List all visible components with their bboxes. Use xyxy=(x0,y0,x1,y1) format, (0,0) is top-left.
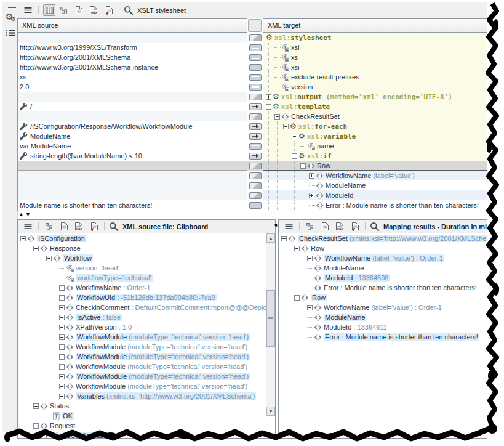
tree-node[interactable]: WorkflowModule (moduleType='technical' v… xyxy=(18,332,275,342)
tree-node[interactable]: Status xyxy=(18,401,275,411)
export-document-icon[interactable] xyxy=(102,4,114,16)
xml-target-node[interactable]: ⚙xsl:for-each xyxy=(263,121,487,131)
horizontal-splitter[interactable]: ▲ ▼ xyxy=(18,211,31,217)
splitter-collapse-down-icon[interactable]: ▼ xyxy=(25,211,31,217)
tree-node[interactable]: WorkflowModule (moduleType='technical' v… xyxy=(18,352,275,362)
xml-target-node[interactable]: ModuleId xyxy=(263,190,487,200)
xml-source-row[interactable] xyxy=(18,33,247,43)
mapping-empty-button[interactable] xyxy=(249,94,262,100)
vertical-scrollbar[interactable]: ▲ ▼ xyxy=(266,233,275,416)
tree-node[interactable]: WorkflowModule (moduleType='technical' v… xyxy=(18,362,275,371)
xml-target-node[interactable]: ⚙xsl:stylesheet xyxy=(263,33,487,43)
expand-toggle-minus-icon[interactable] xyxy=(46,256,52,261)
document-icon[interactable] xyxy=(73,4,85,16)
tree-node[interactable]: Workflow xyxy=(18,253,275,263)
expand-toggle-plus-icon[interactable] xyxy=(59,394,65,399)
scrollbar-up-button[interactable]: ▲ xyxy=(266,233,275,243)
tree-node[interactable]: CheckResultSet (xmlns:xsi='http://www.w3… xyxy=(279,233,487,243)
xml-source-row[interactable]: http://www.w3.org/2001/XMLSchema xyxy=(18,52,247,62)
xml-source-row[interactable] xyxy=(18,112,247,121)
xml-target-node[interactable]: WorkflowName (label='value') xyxy=(263,171,487,180)
tree-node[interactable]: Response xyxy=(18,243,275,253)
xml-source-row[interactable]: var.ModuleName xyxy=(18,141,247,151)
expand-toggle-minus-icon[interactable] xyxy=(33,423,39,429)
mapping-empty-button[interactable] xyxy=(249,113,262,120)
tree-node[interactable]: OK xyxy=(18,411,275,421)
expand-toggle-minus-icon[interactable] xyxy=(283,124,289,129)
mapping-empty-button[interactable] xyxy=(249,34,262,41)
tree-node[interactable]: WorkflowModule (moduleType='technical' v… xyxy=(18,371,275,381)
expand-toggle-plus-icon[interactable] xyxy=(266,94,271,100)
expand-toggle-minus-icon[interactable] xyxy=(274,114,280,120)
tree-node[interactable]: ModuleId : 13364611 xyxy=(279,322,487,332)
xml-target-node[interactable]: ⚙xsl:output (method='xml' encoding='UTF-… xyxy=(263,92,487,102)
mapping-list-icon[interactable] xyxy=(5,27,16,38)
expand-toggle-minus-icon[interactable] xyxy=(300,163,306,169)
tree-node[interactable]: Error : Module name is shorter than ten … xyxy=(279,332,487,342)
expand-toggle-minus-icon[interactable] xyxy=(33,403,39,409)
expand-toggle-plus-icon[interactable] xyxy=(59,334,65,340)
expand-toggle-minus-icon[interactable] xyxy=(266,104,271,110)
menu-icon[interactable] xyxy=(22,4,34,16)
tree-node[interactable]: ModuleId : 13364608 xyxy=(279,273,487,283)
xml-source-row[interactable]: /ISConfiguration/Response/Workflow/Workf… xyxy=(18,121,247,131)
mapping-edit-button[interactable] xyxy=(249,54,262,61)
mapping-empty-button[interactable] xyxy=(249,192,262,199)
mapping-edit-button[interactable] xyxy=(249,64,262,71)
mapping-empty-button[interactable] xyxy=(249,163,262,169)
xml-source-row[interactable]: 2.0 xyxy=(18,82,247,92)
expand-toggle-plus-icon[interactable] xyxy=(59,285,65,291)
tree-node[interactable]: CheckinComment : DefaultCommitCommentImp… xyxy=(18,302,275,312)
xml-source-row[interactable]: xs xyxy=(18,72,247,82)
tree-node[interactable]: ModuleName xyxy=(279,263,487,273)
tree-view-icon[interactable] xyxy=(43,221,55,232)
xml-source-row[interactable]: Module name is shorter than ten characte… xyxy=(18,200,247,210)
xml-target-node[interactable]: Aname xyxy=(263,141,487,151)
grid-view-icon[interactable] xyxy=(43,4,55,16)
tree-node[interactable]: WorkflowUId : -51b128db:137da904b80:-7ca… xyxy=(18,293,275,302)
xml-target-node[interactable]: Error : Module name is shorter than ten … xyxy=(263,200,487,210)
expand-toggle-plus-icon[interactable] xyxy=(59,295,65,301)
mapping-empty-button[interactable] xyxy=(249,182,262,189)
xml-source-row[interactable]: string-length($var.ModuleName) < 10 xyxy=(18,151,247,161)
menu-icon[interactable] xyxy=(22,221,34,232)
expand-toggle-plus-icon[interactable] xyxy=(309,173,314,179)
settings-gears-icon[interactable]: ⚙⚙ xyxy=(5,11,16,22)
splitter-collapse-left-icon[interactable]: ◄ xyxy=(273,222,278,228)
hex-view-icon[interactable]: HEX xyxy=(87,4,100,16)
xml-target-node[interactable]: Nxsi xyxy=(263,62,487,72)
expand-toggle-minus-icon[interactable] xyxy=(292,153,297,159)
xml-source-row[interactable]: ModuleName xyxy=(18,131,247,141)
xml-source-row[interactable] xyxy=(18,190,247,200)
xml-target-node[interactable]: Nxsl xyxy=(263,43,487,52)
document-icon[interactable] xyxy=(58,221,70,232)
expand-toggle-plus-icon[interactable] xyxy=(307,256,313,261)
tree-node[interactable]: WorkflowName (label='value') : Order-1 xyxy=(279,253,487,263)
xml-source-row[interactable] xyxy=(18,180,247,190)
menu-icon[interactable] xyxy=(282,221,295,232)
export-document-icon[interactable] xyxy=(87,221,100,232)
expand-toggle-plus-icon[interactable] xyxy=(59,364,65,370)
expand-toggle-plus-icon[interactable] xyxy=(59,354,65,360)
expand-toggle-minus-icon[interactable] xyxy=(20,236,26,241)
expand-toggle-minus-icon[interactable] xyxy=(281,236,287,241)
scrollbar-thumb[interactable] xyxy=(266,290,275,347)
expand-toggle-plus-icon[interactable] xyxy=(59,374,65,379)
tree-node[interactable]: Aversion='head' xyxy=(18,263,275,273)
xml-source-row[interactable] xyxy=(18,171,247,180)
tree-node[interactable]: WorkflowModule (moduleType='technical' v… xyxy=(18,381,275,391)
xml-target-node[interactable]: Aexclude-result-prefixes xyxy=(263,72,487,82)
xml-source-row[interactable]: / xyxy=(18,102,247,112)
mapping-connect-button[interactable] xyxy=(249,133,262,140)
expand-toggle-minus-icon[interactable] xyxy=(33,246,39,251)
expand-toggle-plus-icon[interactable] xyxy=(309,193,314,198)
tree-node[interactable]: Error : Module name is shorter than ten … xyxy=(279,283,487,293)
mapping-connect-button[interactable] xyxy=(249,153,262,160)
expand-toggle-plus-icon[interactable] xyxy=(59,344,65,350)
mapping-connect-button[interactable] xyxy=(249,123,262,130)
tree-node[interactable]: Variables (xmlns:xs='http://www.w3.org/2… xyxy=(18,391,275,401)
mapping-connect-button[interactable] xyxy=(249,103,262,110)
tree-node[interactable]: WorkflowModule (moduleType='technical' v… xyxy=(18,342,275,352)
tree-node[interactable]: WorkflowName : Order-1 xyxy=(18,283,275,293)
expand-toggle-plus-icon[interactable] xyxy=(307,305,313,310)
